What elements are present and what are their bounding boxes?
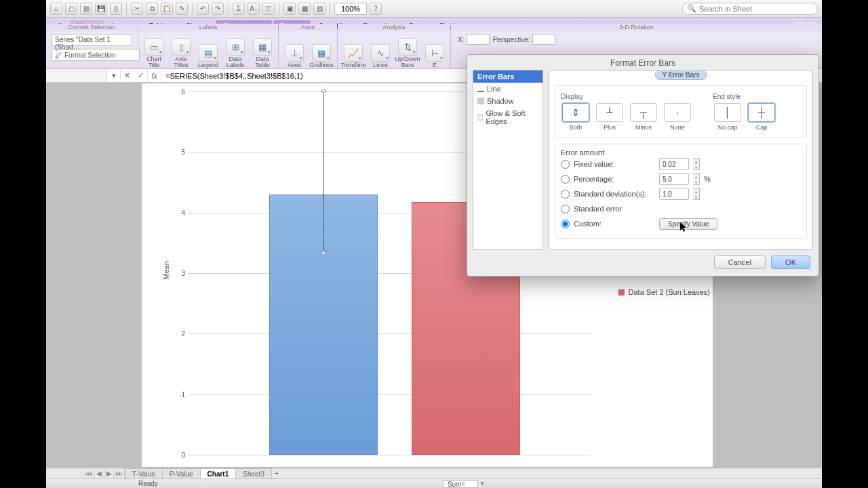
side-line[interactable]: Line xyxy=(473,83,542,95)
redo-icon[interactable]: ↷ xyxy=(212,3,224,15)
updown-bars-button[interactable]: ⇅▾Up/Down Bars xyxy=(395,38,420,68)
rot-persp-input[interactable] xyxy=(532,34,555,45)
fixed-stepper[interactable]: ▴▾ xyxy=(693,158,700,170)
side-glow[interactable]: Glow & Soft Edges xyxy=(473,107,542,127)
rot-persp-label: Perspective: xyxy=(492,36,530,43)
sheet-tab-chart1[interactable]: Chart1 xyxy=(200,468,237,479)
open-icon[interactable]: ▤ xyxy=(80,3,92,15)
y-error-bars-toggle[interactable]: Y Error Bars xyxy=(655,70,707,80)
show-icon[interactable]: ▧ xyxy=(313,3,326,15)
display-label: Display xyxy=(561,93,692,100)
tab-nav-last-icon[interactable]: ⏭ xyxy=(115,468,125,479)
errbar-handle-top[interactable] xyxy=(321,89,326,93)
sheet-tabs: ⏮ ◀ ▶ ⏭ T-ValueP-ValueChart1Sheet3 + xyxy=(46,468,822,479)
dialog-main: Y Error Bars Display ⇕Both ┴Plus ┬Minus … xyxy=(549,70,813,250)
tab-nav-prev-icon[interactable]: ◀ xyxy=(94,468,104,479)
error-bars-button[interactable]: ⊢▾E xyxy=(422,44,448,68)
status-bar: Ready Sum= ▼ xyxy=(46,479,822,488)
sheet-tab-t-value[interactable]: T-Value xyxy=(125,468,163,479)
end-no-cap[interactable]: │No cap xyxy=(713,103,743,131)
format-selection-label: Format Selection xyxy=(64,52,116,59)
new-icon[interactable]: ▢ xyxy=(65,3,77,15)
radio-fixed[interactable] xyxy=(561,160,570,169)
gridlines-button[interactable]: ▦▾Gridlines xyxy=(309,44,334,68)
paste-icon[interactable]: 📋 xyxy=(161,3,173,15)
error-amount-label: Error amount xyxy=(561,148,801,157)
y-tick: 6 xyxy=(181,88,185,96)
axis-titles-button[interactable]: ▯▾Axis Titles xyxy=(168,38,194,68)
std-value-input[interactable]: 1.0 xyxy=(659,188,689,200)
y-tick: 4 xyxy=(181,209,185,216)
pct-value-input[interactable]: 5.0 xyxy=(659,173,689,185)
axes-button[interactable]: ⊥▾Axes xyxy=(281,44,307,68)
radio-pct-label: Percentage: xyxy=(574,175,655,183)
fb-dropdown-icon[interactable]: ▾ xyxy=(107,69,121,83)
display-minus[interactable]: ┬Minus xyxy=(629,103,658,131)
pct-stepper[interactable]: ▴▾ xyxy=(693,173,700,185)
display-both[interactable]: ⇕Both xyxy=(561,103,591,131)
rot-x-label: X: xyxy=(458,36,464,43)
toolbox-icon[interactable]: ▣ xyxy=(283,3,296,15)
errbar-handle-bottom[interactable] xyxy=(321,251,326,255)
tab-nav-first-icon[interactable]: ⏮ xyxy=(84,468,94,479)
data-table-button[interactable]: ▦▾Data Table xyxy=(250,38,275,68)
print-icon[interactable]: ⎙ xyxy=(110,3,122,15)
format-selection-icon: 🖊 xyxy=(55,52,62,59)
search-input[interactable] xyxy=(699,5,808,13)
fb-cancel-icon[interactable]: ✕ xyxy=(121,69,134,83)
chart-icon[interactable]: ▦ xyxy=(298,3,311,15)
legend-item[interactable]: Data Set 2 (Sun Leaves) xyxy=(618,288,710,296)
y-tick: 2 xyxy=(181,330,185,338)
data-labels-button[interactable]: ⊞▾Data Labels xyxy=(222,38,248,68)
zoom-select[interactable]: 100% xyxy=(334,3,367,15)
copy-icon[interactable]: ⧉ xyxy=(146,3,158,15)
cut-icon[interactable]: ✂ xyxy=(131,3,143,15)
status-sum-select[interactable]: Sum= xyxy=(443,480,478,488)
specify-value-button[interactable]: Specify Value xyxy=(659,218,717,230)
sort-icon[interactable]: A↓ xyxy=(248,3,260,15)
y-tick: 3 xyxy=(181,270,185,277)
name-box[interactable] xyxy=(46,69,107,82)
chart-element-select[interactable]: Series "Data Set 1 (Shad… xyxy=(52,34,132,46)
sheet-tab-p-value[interactable]: P-Value xyxy=(162,468,201,479)
fb-fx-icon[interactable]: fx xyxy=(148,69,161,83)
help-icon[interactable]: ? xyxy=(370,3,382,15)
search-field[interactable]: 🔍 xyxy=(682,3,818,15)
cancel-button[interactable]: Cancel xyxy=(714,256,766,269)
trendline-button[interactable]: 📈▾Trendline xyxy=(340,44,366,68)
end-cap[interactable]: ┼Cap xyxy=(747,103,776,131)
status-sum-dropdown-icon[interactable]: ▼ xyxy=(479,481,485,487)
tab-nav-next-icon[interactable]: ▶ xyxy=(104,468,115,479)
radio-custom[interactable] xyxy=(561,220,570,228)
save-icon[interactable]: 💾 xyxy=(95,3,107,15)
side-shadow[interactable]: Shadow xyxy=(473,95,542,107)
undo-icon[interactable]: ↶ xyxy=(197,3,209,15)
fb-enter-icon[interactable]: ✓ xyxy=(134,69,148,83)
legend-label: Data Set 2 (Sun Leaves) xyxy=(629,288,710,296)
autosum-icon[interactable]: Σ xyxy=(233,3,245,15)
display-plus[interactable]: ┴Plus xyxy=(595,103,625,131)
format-painter-icon[interactable]: ✎ xyxy=(176,3,188,15)
error-bar-series-1[interactable] xyxy=(323,92,324,252)
sheet-tab-sheet3[interactable]: Sheet3 xyxy=(235,468,272,479)
filter-icon[interactable]: ▽ xyxy=(262,3,275,15)
chart-title-button[interactable]: ▭▾Chart Title xyxy=(141,38,167,68)
add-sheet-button[interactable]: + xyxy=(271,468,282,479)
app-window: ⌂ ▢ ▤ 💾 ⎙ ✂ ⧉ 📋 ✎ ↶ ↷ Σ A↓ ▽ ▣ ▦ ▧ 100% … xyxy=(46,0,822,488)
radio-stddev[interactable] xyxy=(561,190,570,199)
rot-x-input[interactable] xyxy=(467,34,490,45)
radio-percentage[interactable] xyxy=(561,175,570,184)
glow-icon xyxy=(477,114,483,121)
side-error-bars[interactable]: Error Bars xyxy=(473,70,542,83)
std-stepper[interactable]: ▴▾ xyxy=(693,188,700,200)
format-selection-button[interactable]: 🖊 Format Selection xyxy=(52,49,140,61)
legend-swatch-icon xyxy=(618,289,625,296)
legend-button[interactable]: ▤▾Legend xyxy=(195,44,221,68)
lines-button[interactable]: ∿▾Lines xyxy=(368,44,393,68)
shadow-icon xyxy=(477,98,484,104)
ok-button[interactable]: OK xyxy=(771,256,810,269)
fixed-value-input[interactable]: 0.02 xyxy=(659,158,689,170)
display-none[interactable]: ·None xyxy=(663,103,692,131)
home-icon[interactable]: ⌂ xyxy=(50,3,62,15)
radio-stderr[interactable] xyxy=(561,205,570,214)
